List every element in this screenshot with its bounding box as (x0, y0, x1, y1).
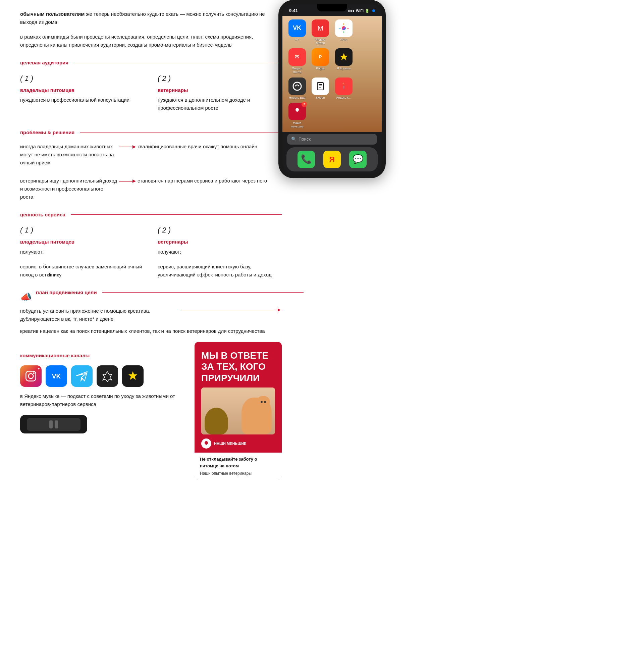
value-columns: ( 1 ) владельцы питомцев получают: серви… (20, 225, 282, 286)
intro-block2: в рамках олимпиады были проведены исслед… (20, 33, 282, 49)
app-maps-label: Яндекс К... (336, 96, 351, 100)
plan-desc1: побудить установить приложение с помощью… (20, 307, 175, 323)
app-eda-label: Яндекс Еда (289, 96, 305, 100)
col2-desc: нуждаются в дополнительном доходе и проф… (158, 96, 282, 112)
telegram-icon[interactable] (71, 365, 93, 387)
intro-bold: обычным пользователям (20, 11, 85, 17)
cat-eye1 (261, 401, 263, 403)
value-section-line (71, 214, 282, 215)
value-col1-desc: сервис, в большинстве случаев заменяющий… (20, 263, 144, 279)
phone-notch (317, 4, 347, 11)
svg-marker-3 (132, 179, 136, 183)
value-col2: ( 2 ) ветеринары получают: сервис, расши… (158, 225, 282, 286)
app-vk-icon: VK (288, 20, 306, 37)
target-col1: ( 1 ) владельцы питомцев нуждаются в про… (20, 73, 144, 119)
bottom-section: коммуникационные каналы * (20, 342, 282, 480)
status-dot (372, 9, 375, 12)
perplexity-icon[interactable] (96, 365, 118, 387)
app-pages-icon: P (312, 48, 329, 66)
promo-arrow-row (181, 310, 282, 310)
app-eda-icon (288, 77, 306, 95)
smartwatch-preview (20, 415, 87, 433)
app-empty2 (357, 48, 377, 74)
plan-desc1-row: побудить установить приложение с помощью… (20, 307, 282, 323)
dock-phone[interactable]: 📞 (297, 151, 315, 168)
app-grid: VK VK М Яндекс Метро (282, 16, 382, 132)
arrow-svg2 (119, 178, 136, 184)
watch-dial (49, 420, 53, 428)
instagram-svg (24, 369, 38, 383)
app-maps[interactable]: 📍 Яндекс К... (334, 77, 354, 100)
intro-text2: в рамках олимпиады были проведены исслед… (20, 34, 253, 48)
perplexity-svg (101, 369, 114, 383)
promo-arrow-line (181, 310, 282, 310)
app-metro[interactable]: М Яндекс Метро (311, 20, 331, 45)
svg-text:VK: VK (52, 373, 61, 380)
cat-eye2 (264, 401, 266, 403)
vk-icon[interactable]: VK (46, 365, 67, 387)
app-music[interactable]: Я.Музыка (334, 48, 354, 74)
svg-point-6 (33, 372, 35, 374)
dock-messages[interactable]: 💬 (349, 151, 366, 168)
arrow1-icon (117, 142, 138, 150)
search-icon: 🔍 (291, 136, 297, 142)
plan-desc1-right (181, 307, 282, 316)
dock-messages-icon: 💬 (352, 153, 363, 166)
app-notion[interactable]: Notion (311, 77, 331, 100)
ad-footer-title: Не откладывайте заботу о питомце на пото… (200, 456, 276, 469)
smartwatch-screen (27, 418, 80, 431)
app-music-label: Я.Музыка (337, 67, 350, 71)
value-col2-get: получают: (158, 248, 282, 256)
app-nashi-label: Наши меньшие (288, 121, 307, 128)
ad-card-image (201, 388, 275, 434)
problems-section-header: проблемы & решения (20, 129, 282, 137)
search-placeholder: Поиск (298, 136, 311, 142)
svg-point-5 (28, 374, 34, 379)
intro-block: обычным пользователям же теперь необязат… (20, 10, 282, 26)
svg-rect-12 (344, 31, 344, 33)
svg-rect-17 (317, 83, 323, 90)
instagram-icon[interactable]: * (20, 365, 42, 387)
value-col2-num: ( 2 ) (158, 225, 282, 236)
app-pages-label: Pages (316, 67, 325, 71)
photos-svg (338, 23, 349, 34)
app-empty1-icon (358, 20, 376, 37)
target-section-header: целевая аудитория (20, 59, 282, 67)
app-notion-label: Notion (316, 96, 325, 100)
plan-desc2: креатив нацелен как на поиск потенциальн… (20, 327, 282, 335)
dock-yandex[interactable]: Я (323, 151, 341, 168)
app-nashi[interactable]: 2 Наши меньшие (287, 103, 307, 128)
svg-marker-15 (340, 53, 348, 60)
app-nashi-badge: 2 (301, 102, 307, 107)
plan-section-line (102, 292, 304, 293)
phone-search-bar[interactable]: 🔍 Поиск (287, 134, 377, 144)
col2-num: ( 2 ) (158, 73, 282, 84)
phone-area: 9:41 ●●● WiFi 🔋 VK VK (302, 0, 386, 671)
ad-card-container: МЫ В ОТВЕТЕ ЗА ТЕХ, КОГО ПРИРУЧИЛИ (195, 342, 282, 480)
app-pages[interactable]: P Pages (311, 48, 331, 74)
plan-section-title: план продвижения цели (36, 289, 97, 296)
target-section-title: целевая аудитория (20, 59, 68, 67)
eda-svg (292, 81, 302, 92)
plan-section-header: план продвижения цели (36, 289, 304, 296)
svg-marker-1 (132, 145, 136, 149)
phone-screen: 9:41 ●●● WiFi 🔋 VK VK (282, 4, 382, 174)
app-eda[interactable]: Яндекс Еда (287, 77, 307, 100)
value-col1-num: ( 1 ) (20, 225, 144, 236)
target-columns: ( 1 ) владельцы питомцев нуждаются в про… (20, 73, 282, 119)
ad-logo-svg (203, 440, 210, 447)
value-col1: ( 1 ) владельцы питомцев получают: серви… (20, 225, 144, 286)
app-photos[interactable]: Фото (334, 20, 354, 45)
app-mail[interactable]: ✉ Яндекс Почта (287, 48, 307, 74)
app-notion-icon (312, 77, 329, 95)
col1-num: ( 1 ) (20, 73, 144, 84)
yandex-music-icon[interactable] (122, 365, 144, 387)
app-vk-label: VK (295, 38, 299, 42)
phone-status-icons: ●●● WiFi 🔋 (348, 8, 375, 14)
app-vk[interactable]: VK VK (287, 20, 307, 45)
maps-text: 📍 (340, 81, 347, 91)
svg-marker-9 (128, 371, 138, 380)
mail-text: ✉ (295, 53, 299, 61)
ad-logo: НАШИ МЕНЬШИЕ (201, 439, 275, 448)
app-empty3 (357, 77, 377, 100)
